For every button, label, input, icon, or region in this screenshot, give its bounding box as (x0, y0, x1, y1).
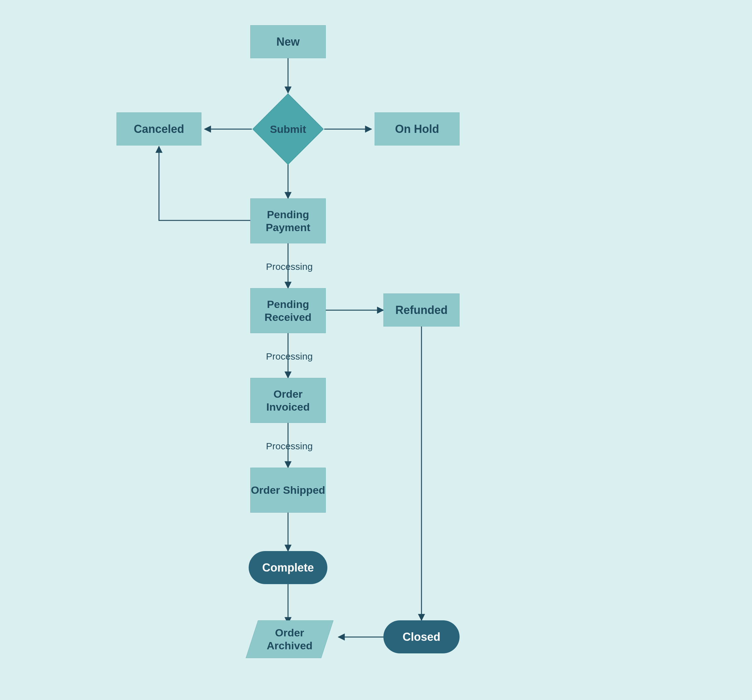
node-order-invoiced: Order Invoiced (250, 378, 326, 423)
node-new-label: New (277, 35, 300, 48)
node-pending-received-label: Pending Received (250, 298, 325, 324)
node-order-shipped: Order Shipped (250, 468, 326, 513)
node-on-hold: On Hold (374, 112, 460, 145)
node-order-invoiced-label: Order Invoiced (250, 387, 325, 414)
node-order-archived-label: Order Archived (252, 626, 327, 652)
node-refunded: Refunded (384, 294, 460, 327)
flowchart-edges (0, 0, 752, 700)
node-pending-payment-label: Pending Payment (250, 208, 325, 234)
node-new: New (250, 25, 326, 58)
edge-label-processing-1: Processing (266, 261, 312, 272)
node-closed-label: Closed (402, 630, 440, 644)
node-pending-payment: Pending Payment (250, 198, 326, 243)
node-canceled-label: Canceled (134, 123, 184, 136)
node-order-shipped-label: Order Shipped (251, 484, 325, 496)
node-complete: Complete (249, 551, 327, 584)
node-complete-label: Complete (262, 561, 314, 574)
node-order-archived: Order Archived (246, 620, 334, 658)
node-on-hold-label: On Hold (395, 123, 439, 136)
node-refunded-label: Refunded (395, 303, 447, 317)
node-submit-label: Submit (270, 123, 306, 135)
node-canceled: Canceled (117, 112, 202, 145)
node-submit: Submit (263, 104, 313, 154)
flowchart-canvas: New Submit Canceled On Hold Pending Paym… (0, 0, 752, 700)
edge-label-processing-3: Processing (266, 441, 312, 451)
node-closed: Closed (384, 620, 460, 653)
node-pending-received: Pending Received (250, 288, 326, 333)
edge-label-processing-2: Processing (266, 351, 312, 362)
